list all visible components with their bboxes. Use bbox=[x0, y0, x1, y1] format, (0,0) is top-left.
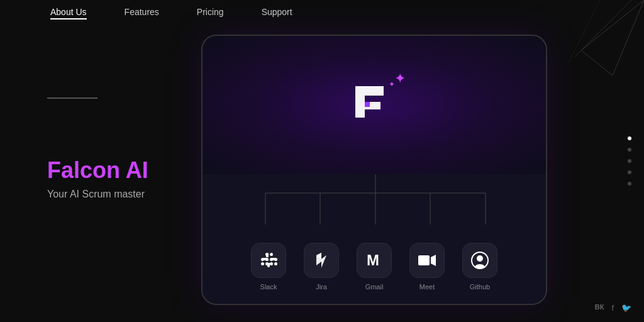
integration-slack: Slack bbox=[251, 243, 286, 291]
github-icon bbox=[470, 250, 490, 270]
device-mockup: ✦ ✦ bbox=[201, 35, 547, 305]
star-sparkle-small: ✦ bbox=[389, 80, 395, 89]
hero-subtitle: Your AI Scrum master bbox=[47, 189, 148, 200]
svg-line-3 bbox=[581, 50, 613, 75]
slack-icon bbox=[258, 250, 279, 270]
integration-gmail: M Gmail bbox=[357, 243, 392, 291]
facebook-icon[interactable]: f bbox=[611, 303, 614, 313]
svg-rect-20 bbox=[270, 253, 273, 256]
decorative-line bbox=[47, 97, 97, 99]
gmail-icon: M bbox=[364, 250, 384, 270]
integration-jira: Jira bbox=[304, 243, 339, 291]
svg-rect-24 bbox=[418, 255, 430, 265]
meet-icon bbox=[417, 250, 437, 270]
svg-rect-14 bbox=[261, 262, 264, 265]
github-label: Github bbox=[470, 283, 490, 291]
sidebar-pagination bbox=[628, 136, 631, 186]
navbar: About Us Features Pricing Support bbox=[0, 0, 644, 24]
device-top-section: ✦ ✦ bbox=[203, 36, 546, 174]
social-icons: ВК f 🐦 bbox=[595, 303, 631, 313]
slack-icon-wrap bbox=[251, 243, 286, 278]
jira-icon-wrap bbox=[304, 243, 339, 278]
integrations-row: Slack Jira bbox=[203, 243, 546, 291]
nav-item-pricing[interactable]: Pricing bbox=[197, 6, 224, 18]
vk-icon[interactable]: ВК bbox=[595, 303, 604, 313]
nav-item-about[interactable]: About Us bbox=[50, 6, 87, 18]
meet-label: Meet bbox=[419, 283, 435, 291]
device-frame: ✦ ✦ bbox=[201, 35, 547, 305]
hero-title: Falcon AI bbox=[47, 157, 148, 184]
twitter-icon[interactable]: 🐦 bbox=[621, 303, 631, 313]
meet-icon-wrap bbox=[409, 243, 445, 278]
svg-rect-5 bbox=[365, 102, 370, 107]
pagination-dot-1[interactable] bbox=[628, 136, 631, 140]
jira-label: Jira bbox=[316, 283, 327, 291]
slack-label: Slack bbox=[260, 283, 277, 291]
pagination-dot-5[interactable] bbox=[628, 182, 631, 186]
gmail-label: Gmail bbox=[365, 283, 384, 291]
nav-item-features[interactable]: Features bbox=[125, 6, 159, 18]
svg-rect-19 bbox=[270, 262, 273, 265]
svg-text:M: M bbox=[367, 252, 379, 269]
jira-icon bbox=[311, 250, 331, 270]
svg-marker-25 bbox=[431, 255, 436, 266]
pagination-dot-2[interactable] bbox=[628, 148, 631, 152]
star-sparkle-large: ✦ bbox=[394, 70, 406, 87]
gmail-icon-wrap: M bbox=[357, 243, 392, 278]
pagination-dot-4[interactable] bbox=[628, 170, 631, 174]
pagination-dot-3[interactable] bbox=[628, 159, 631, 163]
hero-section: Falcon AI Your AI Scrum master bbox=[47, 157, 148, 200]
device-bottom-section: Slack Jira bbox=[203, 174, 546, 305]
nav-item-support[interactable]: Support bbox=[262, 6, 292, 18]
integration-meet: Meet bbox=[409, 243, 445, 291]
integration-github: Github bbox=[462, 243, 497, 291]
falcon-logo: ✦ ✦ bbox=[346, 77, 402, 133]
svg-point-27 bbox=[477, 255, 483, 262]
github-icon-wrap bbox=[462, 243, 497, 278]
svg-rect-22 bbox=[274, 262, 277, 265]
